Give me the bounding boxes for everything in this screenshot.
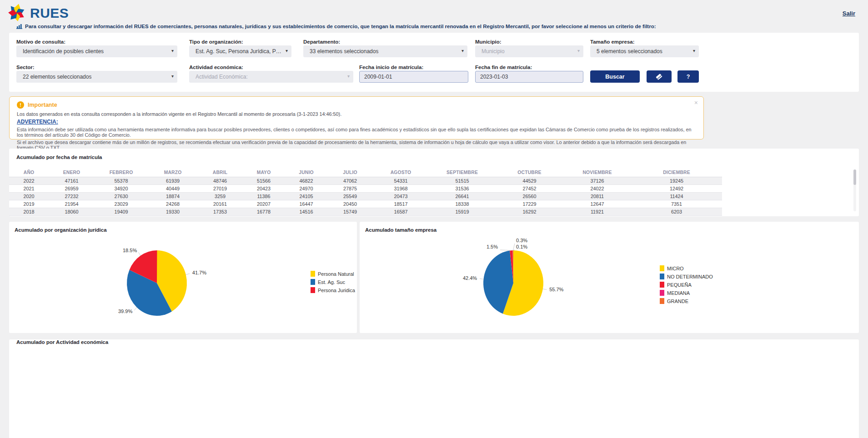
table-cell: 55378 xyxy=(95,177,148,185)
table-cell: 16778 xyxy=(242,208,285,216)
table-cell: 37126 xyxy=(563,177,631,185)
legend-swatch xyxy=(660,274,664,279)
notice-body: Los datos generados en esta consulta cor… xyxy=(17,111,696,117)
legend-label: GRANDE xyxy=(667,299,688,304)
table-row: 2020272322763018874325911386241052554920… xyxy=(9,193,722,200)
motivo-select[interactable]: Identificación de posibles clientes ▾ xyxy=(16,45,177,57)
tamano-label: Tamaño empresa: xyxy=(590,39,699,45)
tamano-value: 5 elementos seleccionados xyxy=(597,48,662,55)
pie-label-leader xyxy=(134,307,137,310)
table-column-header: NOVIEMBRE xyxy=(563,168,631,177)
table-column-header: SEPTIEMBRE xyxy=(429,168,496,177)
eraser-icon xyxy=(655,73,663,80)
table-cell: 48746 xyxy=(198,177,242,185)
charts-row: Acumulado por organización jurídica 41.7… xyxy=(9,222,859,333)
table-cell: 16447 xyxy=(285,200,327,208)
table-cell: 26560 xyxy=(496,193,563,200)
rues-pinwheel-icon xyxy=(6,4,27,23)
fecha-fin-label: Fecha fin de matrícula: xyxy=(475,65,583,70)
pie-label-leader xyxy=(513,244,515,250)
table-cell: 26959 xyxy=(49,185,95,193)
table-cell: 27452 xyxy=(496,185,563,193)
table-cell: 40449 xyxy=(148,185,198,193)
table-column-header: JULIO xyxy=(327,168,373,177)
table-cell: 25549 xyxy=(327,193,373,200)
legend-item: NO DETERMINADO xyxy=(660,274,713,279)
table-cell: 54331 xyxy=(373,177,429,185)
legend-swatch xyxy=(311,279,315,285)
table-column-header: MARZO xyxy=(148,168,198,177)
filter-fecha-fin: Fecha fin de matrícula: xyxy=(475,65,583,83)
table-cell: 20161 xyxy=(198,200,242,208)
departamento-select[interactable]: 33 elementos seleccionados ▾ xyxy=(303,45,467,57)
legend-item: GRANDE xyxy=(660,298,713,304)
table-row: 2021269593492040449270192042324970278753… xyxy=(9,185,722,193)
notice-warning-title: ADVERTENCIA: xyxy=(17,119,696,125)
fecha-inicio-label: Fecha inicio de matrícula: xyxy=(359,65,468,70)
table-column-header: MAYO xyxy=(242,168,285,177)
filter-sector: Sector: 22 elementos seleccionados ▾ xyxy=(16,65,177,83)
table-cell: 12492 xyxy=(631,185,722,193)
table-cell: 17229 xyxy=(496,200,563,208)
legend-swatch xyxy=(311,271,315,277)
pie-label-leader xyxy=(138,252,140,256)
table-scrollbar-track xyxy=(853,169,856,211)
table-cell: 2020 xyxy=(9,193,49,200)
table-column-header: ENERO xyxy=(49,168,95,177)
chevron-down-icon: ▾ xyxy=(171,48,174,53)
departamento-label: Departamento: xyxy=(303,39,467,45)
filter-tamano: Tamaño empresa: 5 elementos seleccionado… xyxy=(590,39,699,57)
table-column-header: ABRIL xyxy=(198,168,242,177)
table-cell: 27875 xyxy=(327,185,373,193)
chevron-down-icon: ▾ xyxy=(462,48,464,53)
filter-departamento: Departamento: 33 elementos seleccionados… xyxy=(303,39,467,57)
search-button[interactable]: Buscar xyxy=(590,70,640,83)
legend-label: MICRO xyxy=(667,266,684,271)
table-cell: 27630 xyxy=(95,193,148,200)
fecha-fin-input[interactable] xyxy=(475,71,583,83)
help-button[interactable]: ? xyxy=(677,70,699,83)
chevron-down-icon: ▾ xyxy=(171,74,174,79)
table-cell: 15749 xyxy=(327,208,373,216)
table-cell: 11386 xyxy=(242,193,285,200)
table-cell: 61939 xyxy=(148,177,198,185)
pie-label-leader xyxy=(500,250,511,250)
tamano-select[interactable]: 5 elementos seleccionados ▾ xyxy=(590,45,699,57)
pie-value-label: 0.3% xyxy=(516,238,527,243)
table-cell: 20811 xyxy=(563,193,631,200)
table-cell: 20207 xyxy=(242,200,285,208)
legend-label: Est. Ag. Suc xyxy=(318,279,345,285)
legend-label: MEDIANA xyxy=(667,290,690,296)
fecha-inicio-input[interactable] xyxy=(359,71,468,83)
table-header-row: AÑOENEROFEBREROMARZOABRILMAYOJUNIOJULIOA… xyxy=(9,168,722,177)
table-cell: 20423 xyxy=(242,185,285,193)
table-column-header: AGOSTO xyxy=(373,168,429,177)
table-cell: 21954 xyxy=(49,200,95,208)
clear-button[interactable] xyxy=(647,70,672,83)
actividad-placeholder: Actividad Económica: xyxy=(196,74,248,80)
logout-link[interactable]: Salir xyxy=(843,10,855,17)
table-scrollbar[interactable] xyxy=(853,169,856,185)
table-cell: 2021 xyxy=(9,185,49,193)
sector-select[interactable]: 22 elementos seleccionados ▾ xyxy=(16,71,177,83)
filter-actividad: Actividad económica: Actividad Económica… xyxy=(189,65,353,83)
table-cell: 27232 xyxy=(49,193,95,200)
table-cell: 44529 xyxy=(496,177,563,185)
legend-swatch xyxy=(660,298,664,304)
intro-text: Para consultar y descargar información d… xyxy=(25,24,656,29)
warning-icon: ! xyxy=(17,101,24,109)
table-row: 2019219542302924268201612020716447204501… xyxy=(9,200,722,208)
legend-item: Persona Juridica xyxy=(311,287,355,293)
sector-label: Sector: xyxy=(16,65,177,70)
table-cell: 24022 xyxy=(563,185,631,193)
table-cell: 26641 xyxy=(429,193,496,200)
actividad-economica-title: Acumulado por Actividad económica xyxy=(16,339,859,345)
close-icon[interactable]: × xyxy=(694,100,698,106)
actividad-select[interactable]: Actividad Económica: ▾ xyxy=(189,71,353,83)
pie-label-leader xyxy=(186,274,190,274)
municipio-select[interactable]: Municipio ▾ xyxy=(475,45,583,57)
table-cell: 34920 xyxy=(95,185,148,193)
tipo-select[interactable]: Est. Ag. Suc, Persona Jurídica, Persona … xyxy=(189,45,291,57)
org-juridica-legend: Persona NaturalEst. Ag. SucPersona Jurid… xyxy=(311,271,355,295)
pie-value-label: 41.7% xyxy=(192,270,206,275)
